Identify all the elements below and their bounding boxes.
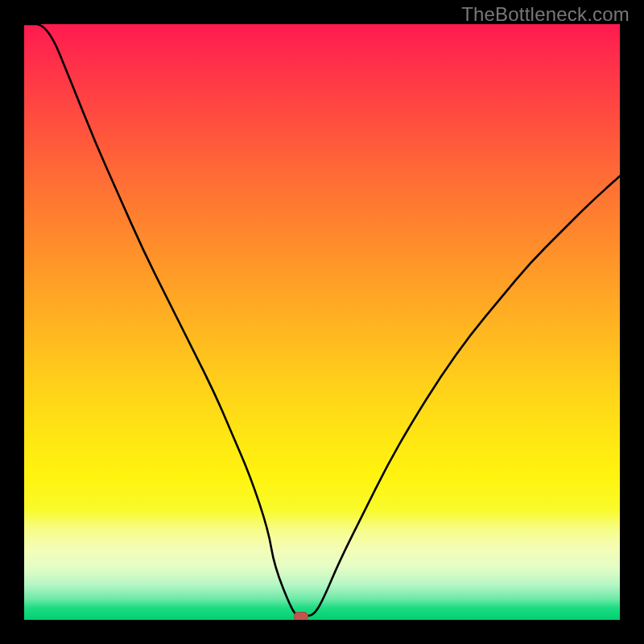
plot-area <box>24 24 620 620</box>
watermark-text: TheBottleneck.com <box>461 3 630 26</box>
bottleneck-curve <box>24 24 620 620</box>
valley-marker <box>294 612 308 620</box>
chart-frame: TheBottleneck.com <box>0 0 644 644</box>
